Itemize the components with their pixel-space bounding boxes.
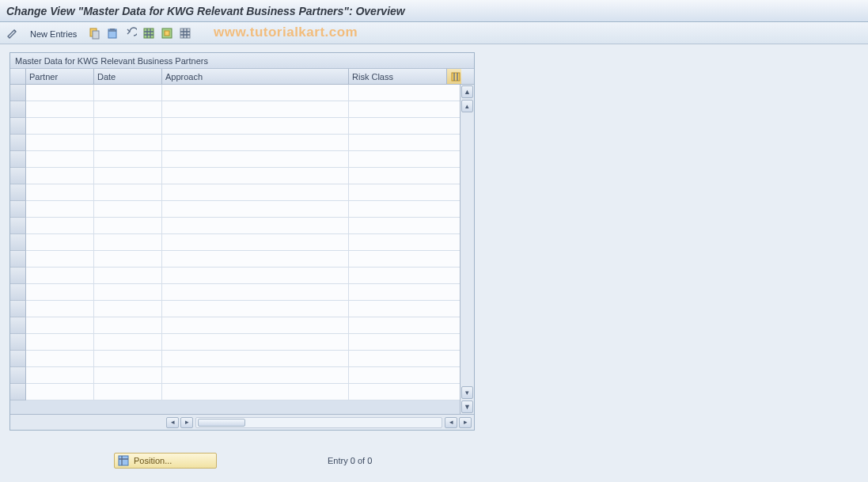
select-all-icon[interactable]: [141, 25, 157, 41]
svg-rect-5: [165, 31, 169, 36]
table-row[interactable]: [26, 184, 460, 201]
row-selector[interactable]: [10, 101, 26, 118]
row-selector[interactable]: [10, 334, 26, 351]
svg-rect-7: [452, 73, 460, 81]
column-header-partner[interactable]: Partner: [26, 69, 94, 84]
row-selector[interactable]: [10, 268, 26, 284]
grid-cells: [26, 85, 460, 414]
application-toolbar: New Entries www.tutorialkart.com: [0, 22, 868, 44]
row-selector[interactable]: [10, 367, 26, 384]
table-row[interactable]: [26, 317, 460, 334]
scroll-right-end-icon[interactable]: ▸: [459, 417, 472, 428]
row-selector[interactable]: [10, 201, 26, 218]
undo-change-icon[interactable]: [123, 25, 138, 41]
svg-rect-8: [119, 456, 128, 465]
column-header-risk-label: Risk Class: [352, 72, 393, 82]
scroll-down-icon[interactable]: ▼: [461, 400, 473, 413]
table-row[interactable]: [26, 301, 460, 317]
table-row[interactable]: [26, 351, 460, 367]
delete-icon[interactable]: [104, 25, 120, 41]
copy-as-icon[interactable]: [86, 25, 102, 41]
table-row[interactable]: [26, 367, 460, 384]
row-selector[interactable]: [10, 384, 26, 400]
row-selector[interactable]: [10, 118, 26, 135]
panel-title: Master Data for KWG Relevant Business Pa…: [10, 53, 474, 69]
column-header-date[interactable]: Date: [94, 69, 162, 84]
page-title: Change View "Master Data for KWG Relevan…: [6, 5, 405, 17]
table-row[interactable]: [26, 234, 460, 251]
table-row[interactable]: [26, 334, 460, 351]
table-row[interactable]: [26, 384, 460, 400]
table-row[interactable]: [26, 168, 460, 184]
select-block-icon[interactable]: [159, 25, 175, 41]
row-selector[interactable]: [10, 351, 26, 367]
table-panel: Master Data for KWG Relevant Business Pa…: [9, 52, 475, 431]
column-header-partner-label: Partner: [29, 72, 58, 82]
table-row[interactable]: [26, 151, 460, 168]
row-selector[interactable]: [10, 301, 26, 317]
row-selector[interactable]: [10, 135, 26, 151]
scroll-left-icon[interactable]: ◂: [166, 417, 179, 428]
new-entries-button[interactable]: New Entries: [23, 25, 84, 41]
horizontal-scrollbar: ◂ ▸ ◂ ▸: [10, 414, 474, 430]
row-selector-column: [10, 85, 26, 414]
position-button[interactable]: Position...: [114, 453, 217, 469]
scroll-right-icon[interactable]: ▸: [180, 417, 193, 428]
entry-count-text: Entry 0 of 0: [328, 456, 372, 465]
deselect-all-icon[interactable]: [177, 25, 193, 41]
column-header-risk[interactable]: Risk Class: [349, 69, 447, 84]
row-selector[interactable]: [10, 251, 26, 268]
scroll-down-step-icon[interactable]: ▾: [461, 386, 473, 399]
horizontal-scrollbar-thumb[interactable]: [198, 419, 245, 427]
table-row[interactable]: [26, 85, 460, 101]
vertical-scrollbar: ▲ ▴ ▾ ▼: [460, 85, 474, 414]
row-selector[interactable]: [10, 168, 26, 184]
table-row[interactable]: [26, 284, 460, 301]
table-row[interactable]: [26, 251, 460, 268]
toggle-change-icon[interactable]: [5, 25, 21, 41]
scroll-left-end-icon[interactable]: ◂: [445, 417, 457, 428]
column-header-approach[interactable]: Approach: [162, 69, 349, 84]
row-selector[interactable]: [10, 184, 26, 201]
panel-title-text: Master Data for KWG Relevant Business Pa…: [15, 56, 208, 66]
table-row[interactable]: [26, 101, 460, 118]
grid-header-row: Partner Date Approach Risk Class: [10, 69, 474, 85]
vertical-scrollbar-track[interactable]: [461, 113, 474, 385]
scroll-up-step-icon[interactable]: ▴: [461, 100, 473, 112]
column-header-date-label: Date: [97, 72, 116, 82]
work-area: Master Data for KWG Relevant Business Pa…: [0, 44, 868, 470]
grid-body: ▲ ▴ ▾ ▼: [10, 85, 474, 414]
svg-rect-6: [180, 28, 190, 38]
position-button-label: Position...: [134, 456, 172, 465]
page-title-bar: Change View "Master Data for KWG Relevan…: [0, 0, 868, 22]
grid: Partner Date Approach Risk Class: [10, 69, 474, 430]
scroll-up-icon[interactable]: ▲: [461, 85, 473, 98]
table-row[interactable]: [26, 201, 460, 218]
table-row[interactable]: [26, 218, 460, 234]
row-selector[interactable]: [10, 234, 26, 251]
row-selector[interactable]: [10, 317, 26, 334]
svg-rect-3: [144, 28, 154, 38]
configure-columns-icon[interactable]: [447, 69, 461, 84]
row-selector[interactable]: [10, 85, 26, 101]
column-header-approach-label: Approach: [165, 72, 203, 82]
svg-rect-1: [93, 31, 99, 39]
watermark-text: www.tutorialkart.com: [214, 25, 358, 40]
table-row[interactable]: [26, 135, 460, 151]
horizontal-scrollbar-track[interactable]: [195, 417, 442, 428]
row-selector[interactable]: [10, 151, 26, 168]
row-selector[interactable]: [10, 218, 26, 234]
new-entries-label: New Entries: [30, 29, 77, 39]
footer-bar: Position... Entry 0 of 0: [9, 451, 868, 470]
table-row[interactable]: [26, 268, 460, 284]
row-selector[interactable]: [10, 284, 26, 301]
table-row[interactable]: [26, 118, 460, 135]
position-icon: [118, 455, 129, 466]
corner-cell[interactable]: [10, 69, 26, 84]
